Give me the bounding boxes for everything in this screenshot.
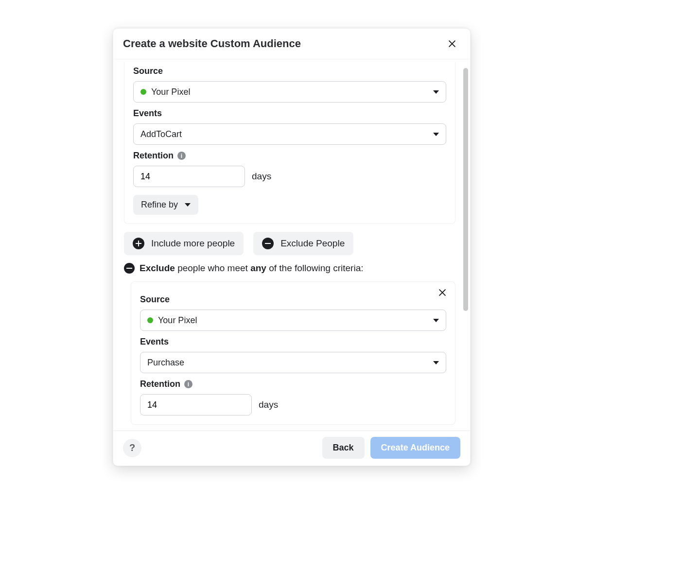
events-label: Events [133, 108, 446, 119]
info-icon[interactable]: i [184, 380, 192, 388]
include-more-button[interactable]: Include more people [124, 232, 244, 255]
source-label: Source [133, 66, 446, 76]
events-value: Purchase [147, 358, 184, 368]
chevron-down-icon [433, 90, 439, 94]
minus-circle-icon [262, 238, 274, 249]
modal-header: Create a website Custom Audience [113, 29, 470, 59]
back-button[interactable]: Back [322, 437, 365, 459]
status-dot-icon [140, 89, 146, 95]
events-dropdown[interactable]: AddToCart [133, 123, 446, 145]
create-audience-button[interactable]: Create Audience [370, 437, 460, 459]
help-button[interactable]: ? [123, 439, 141, 457]
retention-row: days [133, 166, 446, 187]
days-label: days [259, 399, 278, 410]
days-label: days [252, 171, 271, 182]
retention-label: Retention i [133, 151, 446, 161]
exclude-criteria-section: Source Your Pixel Events Purchase Retent… [131, 281, 455, 425]
source-value: Your Pixel [158, 315, 197, 326]
remove-section-button[interactable] [437, 287, 448, 298]
events-dropdown[interactable]: Purchase [140, 352, 446, 373]
chevron-down-icon [433, 319, 439, 322]
scrollbar[interactable] [463, 68, 468, 311]
source-label: Source [140, 294, 446, 305]
exclude-criteria-text: Exclude people who meet any of the follo… [124, 263, 458, 274]
help-icon: ? [129, 442, 135, 453]
close-button[interactable] [444, 35, 460, 52]
modal-title: Create a website Custom Audience [123, 37, 301, 50]
close-icon [438, 288, 447, 297]
status-dot-icon [147, 317, 153, 323]
refine-label: Refine by [141, 200, 178, 210]
modal-body: Source Your Pixel Events AddToCart Reten… [113, 59, 470, 425]
exclude-people-button[interactable]: Exclude People [253, 232, 353, 255]
chevron-down-icon [433, 133, 439, 136]
people-buttons-row: Include more people Exclude People [124, 232, 458, 255]
plus-circle-icon [133, 238, 144, 249]
source-dropdown[interactable]: Your Pixel [133, 81, 446, 103]
create-audience-modal: Create a website Custom Audience Source … [113, 28, 471, 466]
retention-input[interactable] [133, 166, 245, 187]
chevron-down-icon [185, 203, 191, 207]
footer-actions: Back Create Audience [322, 437, 460, 459]
retention-label: Retention i [140, 379, 446, 389]
refine-by-button[interactable]: Refine by [133, 195, 198, 215]
include-criteria-section: Source Your Pixel Events AddToCart Reten… [124, 62, 455, 224]
source-dropdown[interactable]: Your Pixel [140, 310, 446, 331]
events-label: Events [140, 337, 446, 347]
modal-footer: ? Back Create Audience [113, 431, 470, 466]
include-more-label: Include more people [151, 238, 235, 249]
chevron-down-icon [433, 361, 439, 364]
events-value: AddToCart [140, 129, 182, 139]
retention-row: days [140, 394, 446, 415]
minus-circle-icon [124, 263, 135, 274]
source-value: Your Pixel [151, 87, 190, 97]
close-icon [447, 39, 457, 49]
exclude-people-label: Exclude People [280, 238, 345, 249]
info-icon[interactable]: i [177, 152, 186, 160]
retention-input[interactable] [140, 394, 252, 415]
